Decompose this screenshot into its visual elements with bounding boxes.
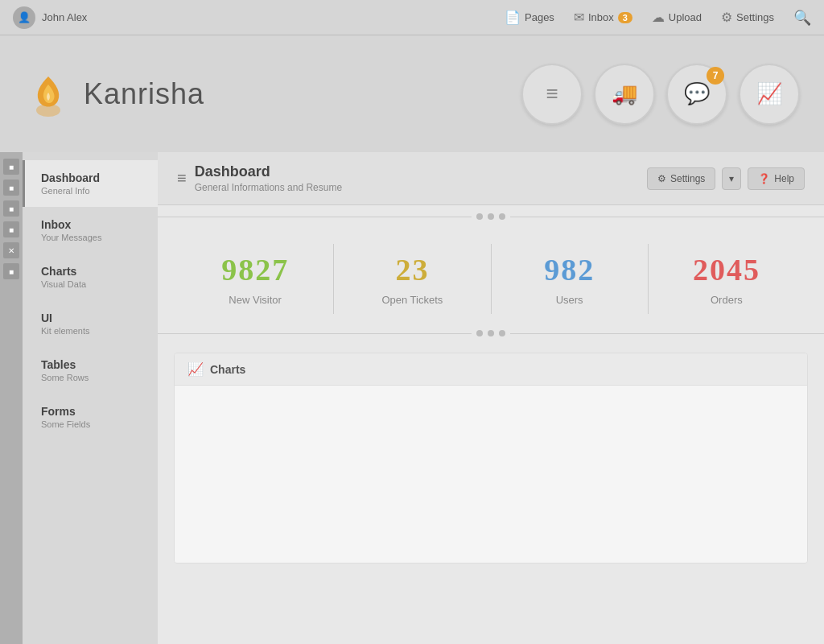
pages-label: Pages [525,11,554,23]
dot-5 [488,330,494,336]
inbox-icon: ✉ [574,10,584,25]
content-header-left: ≡ Dashboard General Informations and Res… [177,163,342,193]
settings-dropdown-button[interactable]: ▾ [722,167,741,190]
divider-line-left2 [158,333,472,334]
orders-icon: ≡ [546,81,558,106]
pages-icon: 📄 [505,10,521,25]
sidebar-charts-title: Charts [41,265,142,278]
upload-label: Upload [669,11,702,23]
dot-4 [476,330,483,336]
messages-badge: 7 [707,67,724,85]
sidebar-inbox-title: Inbox [41,218,142,231]
charts-header-icon: 📈 [187,361,204,377]
header-btn-messages[interactable]: 💬 7 [666,64,727,125]
settings-button-label: Settings [670,173,705,184]
settings-icon: ⚙ [721,10,732,25]
sidebar-mini-icon-1[interactable]: ■ [3,159,19,175]
content-subtitle: General Informations and Resume [195,182,342,193]
stat-value-visitors: 9827 [177,252,333,287]
stat-label-visitors: New Visitor [177,294,333,306]
sidebar-charts-subtitle: Visual Data [41,279,142,289]
content-header-titles: Dashboard General Informations and Resum… [195,163,342,193]
dropdown-arrow-icon: ▾ [729,173,734,184]
sidebar-ui-title: UI [41,312,142,324]
topbar-inbox[interactable]: ✉ Inbox 3 [574,10,632,25]
content-header-actions: ⚙ Settings ▾ ❓ Help [647,167,805,190]
sidebar-tables-title: Tables [41,358,142,371]
topbar-right: 📄 Pages ✉ Inbox 3 ☁ Upload ⚙ Settings 🔍 [505,9,811,27]
header-buttons: ≡ 🚚 💬 7 📈 [521,64,800,125]
sidebar-icons: ■ ■ ■ ■ ✕ ■ [0,152,23,644]
stat-open-tickets: 23 Open Tickets [333,244,490,314]
sidebar-mini-icon-2[interactable]: ■ [3,180,19,196]
sidebar-tables-subtitle: Some Rows [41,373,142,382]
help-button[interactable]: ❓ Help [748,167,805,190]
inbox-label: Inbox [588,11,614,23]
help-button-label: Help [774,173,794,184]
sidebar-mini-icon-5[interactable]: ✕ [3,242,19,258]
bottom-divider [158,322,824,345]
settings-gear-icon: ⚙ [657,173,666,184]
dot-1 [476,213,483,220]
stat-value-orders: 2045 [649,252,805,287]
sidebar-dashboard-title: Dashboard [41,171,142,184]
logo-area: Kanrisha [24,70,204,118]
divider-line-right [510,217,824,217]
stat-new-visitor: 9827 New Visitor [177,244,333,314]
topbar-upload[interactable]: ☁ Upload [652,10,702,25]
sidebar-mini-icon-4[interactable]: ■ [3,221,19,237]
sidebar-dashboard-subtitle: General Info [41,186,142,196]
header-btn-shipping[interactable]: 🚚 [594,64,655,125]
topbar-settings[interactable]: ⚙ Settings [721,10,774,25]
sidebar-ui-subtitle: Kit elements [41,326,142,336]
search-icon[interactable]: 🔍 [793,9,811,27]
sidebar-item-tables[interactable]: Tables Some Rows [23,347,158,394]
stat-value-users: 982 [492,252,648,287]
analytics-icon: 📈 [756,81,782,106]
sidebar-forms-subtitle: Some Fields [41,419,142,429]
sidebar-item-charts[interactable]: Charts Visual Data [23,254,158,300]
content-area: ≡ Dashboard General Informations and Res… [158,152,824,644]
header-btn-analytics[interactable]: 📈 [739,64,800,125]
shipping-icon: 🚚 [612,81,637,106]
settings-button[interactable]: ⚙ Settings [647,167,715,190]
sidebar-nav: Dashboard General Info Inbox Your Messag… [23,152,158,644]
sidebar-mini-icon-6[interactable]: ■ [3,263,19,279]
top-divider [158,205,824,228]
charts-header: 📈 Charts [175,353,807,386]
divider-line-right2 [510,333,824,334]
charts-body [175,386,807,563]
stat-label-orders: Orders [649,294,805,306]
sidebar-inbox-subtitle: Your Messages [41,233,142,242]
stat-value-tickets: 23 [334,252,490,287]
username: John Alex [42,11,87,23]
topbar-pages[interactable]: 📄 Pages [505,10,554,25]
avatar: 👤 [13,6,35,29]
content-header: ≡ Dashboard General Informations and Res… [158,152,824,205]
settings-label: Settings [736,11,774,23]
dot-6 [499,330,505,336]
charts-header-title: Charts [210,363,245,376]
main-layout: ■ ■ ■ ■ ✕ ■ Dashboard General Info Inbox… [0,152,824,644]
sidebar-forms-title: Forms [41,405,142,418]
stat-orders: 2045 Orders [648,244,805,314]
sidebar-item-forms[interactable]: Forms Some Fields [23,394,158,440]
help-icon: ❓ [758,173,770,184]
stat-label-users: Users [492,294,648,306]
sidebar-item-inbox[interactable]: Inbox Your Messages [23,207,158,254]
content-title: Dashboard [195,163,342,180]
dot-3 [499,213,505,220]
stat-label-tickets: Open Tickets [334,294,490,306]
header-btn-orders[interactable]: ≡ [521,64,583,125]
upload-icon: ☁ [652,10,665,25]
sidebar-mini-icon-3[interactable]: ■ [3,200,19,217]
stats-row: 9827 New Visitor 23 Open Tickets 982 Use… [158,228,824,322]
topbar-left: 👤 John Alex [13,6,87,29]
messages-icon: 💬 [684,81,710,106]
sidebar-item-dashboard[interactable]: Dashboard General Info [23,160,158,207]
logo-text: Kanrisha [84,77,204,111]
dot-2 [488,213,494,220]
sidebar-item-ui[interactable]: UI Kit elements [23,300,158,347]
logo-image [24,70,72,118]
stat-users: 982 Users [491,244,648,314]
